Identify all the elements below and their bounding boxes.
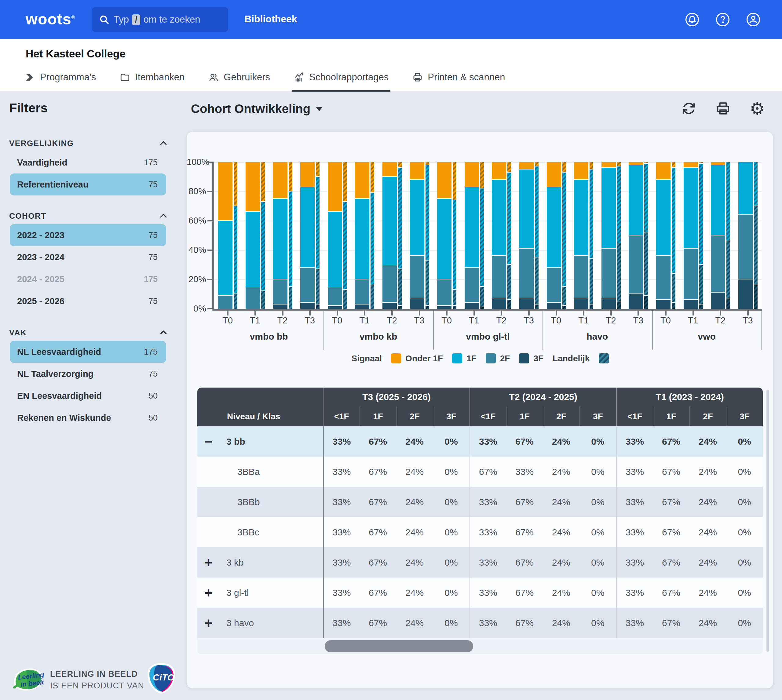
segment-2F xyxy=(617,244,621,302)
group-separator xyxy=(323,311,324,350)
segment-2F xyxy=(245,288,260,309)
expand-row-button[interactable]: + xyxy=(197,547,220,578)
tab-gebruikers[interactable]: Gebruikers xyxy=(207,68,272,92)
y-axis-tick xyxy=(207,308,212,309)
cell-value: 24% xyxy=(543,517,579,547)
segment-Onder 1F xyxy=(437,162,452,199)
filter-item-2025-2026[interactable]: 2025 - 202675 xyxy=(10,290,166,312)
table-row-3-kb[interactable]: +3 kb33%67%24%0%33%67%24%0%33%67%24%0% xyxy=(197,547,763,578)
row-label: 3BBb xyxy=(220,487,323,517)
slash-key-badge: / xyxy=(132,14,140,25)
segment-2F xyxy=(672,273,675,303)
legend-item-3f: 3F xyxy=(519,353,544,363)
table-row-3-havo[interactable]: +3 havo33%67%24%0%33%67%24%0%33%67%24%0% xyxy=(197,608,763,638)
chart-slot-havo-T2 xyxy=(602,162,621,309)
chart-plot-area xyxy=(214,162,762,309)
school-name: Het Kasteel College xyxy=(26,48,125,60)
segment-1F xyxy=(234,206,237,294)
table-vertical-scrollbar[interactable] xyxy=(766,390,769,652)
filter-item-count: 75 xyxy=(148,297,158,306)
chart-icon xyxy=(294,72,304,82)
bell-icon[interactable] xyxy=(685,12,700,27)
chart-slot-vmbo-gl-tl-T1 xyxy=(465,162,484,309)
cell-value: 24% xyxy=(689,517,726,547)
legend-item-label: Onder 1F xyxy=(405,354,443,363)
legend-signaal-label: Signaal xyxy=(352,354,382,363)
tab-schoolrapportages[interactable]: Schoolrapportages xyxy=(292,68,390,92)
leerling-in-beeld-logo: Leerling in beeld xyxy=(12,667,44,693)
scrollbar-thumb[interactable] xyxy=(325,640,473,652)
segment-3F xyxy=(382,303,397,309)
tab-programma-s[interactable]: Programma's xyxy=(23,68,98,92)
timepoint-label: T3 xyxy=(296,315,323,325)
filter-item-vaardigheid[interactable]: Vaardigheid175 xyxy=(10,152,166,173)
cell-value: 33% xyxy=(470,517,506,547)
help-icon[interactable] xyxy=(715,12,730,27)
segment-3F xyxy=(629,294,643,309)
filter-item-count: 50 xyxy=(148,413,158,423)
table-row-3-bb[interactable]: −3 bb33%67%24%0%33%67%24%0%33%67%24%0% xyxy=(197,427,763,457)
segment-3F xyxy=(519,298,534,309)
table-row-3-gl-tl[interactable]: +3 gl-tl33%67%24%0%33%67%24%0%33%67%24%0… xyxy=(197,578,763,608)
bibliotheek-link[interactable]: Bibliotheek xyxy=(244,13,297,25)
segment-3F xyxy=(547,303,561,309)
table-horizontal-scrollbar[interactable] xyxy=(197,638,763,654)
collapse-row-button[interactable]: − xyxy=(197,427,220,457)
segment-Onder 1F xyxy=(629,162,643,165)
cell-value: 33% xyxy=(470,578,506,608)
tab-printen-scannen[interactable]: Printen & scannen xyxy=(410,68,507,92)
y-axis-tick xyxy=(207,250,212,251)
y-axis-label: 0% xyxy=(187,303,206,314)
cell-value: 67% xyxy=(506,487,543,517)
filter-section-cohort: COHORT xyxy=(9,210,168,222)
woots-logo[interactable]: woots® xyxy=(26,10,75,28)
expand-row-button[interactable]: + xyxy=(197,578,220,608)
toggle-cell-empty xyxy=(197,517,220,547)
group-label: havo xyxy=(542,332,652,342)
chevron-up-icon[interactable] xyxy=(159,211,168,220)
x-axis-tick xyxy=(747,311,749,315)
filter-item-2023-2024[interactable]: 2023 - 202475 xyxy=(10,246,166,268)
segment-3F xyxy=(437,306,452,309)
cell-value: 33% xyxy=(616,608,653,638)
timepoint-label: T3 xyxy=(734,315,762,325)
bar-vmbo-gl-tl-T2-land xyxy=(507,162,511,309)
folder-icon xyxy=(120,72,130,82)
segment-3F xyxy=(644,296,648,309)
expand-row-button[interactable]: + xyxy=(197,608,220,638)
segment-1F xyxy=(288,192,292,287)
filter-item-label: Rekenen en Wiskunde xyxy=(17,413,111,423)
cell-value: 67% xyxy=(360,608,396,638)
segment-2F xyxy=(519,248,534,298)
filter-item-2024-2025[interactable]: 2024 - 2025175 xyxy=(10,268,166,290)
filter-item-nl-taalverzorging[interactable]: NL Taalverzorging75 xyxy=(10,363,166,385)
account-icon[interactable] xyxy=(746,12,760,27)
chevron-up-icon[interactable] xyxy=(159,139,168,148)
refresh-button[interactable] xyxy=(681,101,697,116)
settings-gear-icon[interactable]: ⚙ xyxy=(750,101,765,116)
cell-value: 24% xyxy=(689,457,726,487)
filter-item-referentieniveau[interactable]: Referentieniveau75 xyxy=(10,173,166,195)
segment-3F xyxy=(316,305,320,309)
segment-Onder 1F xyxy=(656,162,670,180)
segment-3F xyxy=(684,300,698,309)
tab-itembanken[interactable]: Itembanken xyxy=(118,68,186,92)
report-title-dropdown[interactable]: Cohort Ontwikkeling xyxy=(191,102,323,116)
cell-value: 67% xyxy=(506,578,543,608)
chevron-up-icon[interactable] xyxy=(159,328,168,337)
x-axis-tick xyxy=(255,311,256,315)
cell-value: 33% xyxy=(616,517,653,547)
filter-item-count: 50 xyxy=(148,391,158,401)
cell-value: 67% xyxy=(653,517,689,547)
cell-value: 24% xyxy=(543,578,579,608)
filter-item-nl-leesvaardigheid[interactable]: NL Leesvaardigheid175 xyxy=(10,341,166,363)
print-button[interactable] xyxy=(715,101,731,116)
bar-vmbo-gl-tl-T0-school xyxy=(437,162,452,309)
legend-swatch xyxy=(452,353,462,363)
filter-item-2022-2023[interactable]: 2022 - 202375 xyxy=(10,224,166,246)
filter-item-rekenen-en-wiskunde[interactable]: Rekenen en Wiskunde50 xyxy=(10,407,166,429)
search-input[interactable]: Typ / om te zoeken xyxy=(92,7,228,32)
y-axis-label: 60% xyxy=(187,216,206,226)
segment-2F xyxy=(590,259,593,305)
filter-item-en-leesvaardigheid[interactable]: EN Leesvaardigheid50 xyxy=(10,385,166,407)
